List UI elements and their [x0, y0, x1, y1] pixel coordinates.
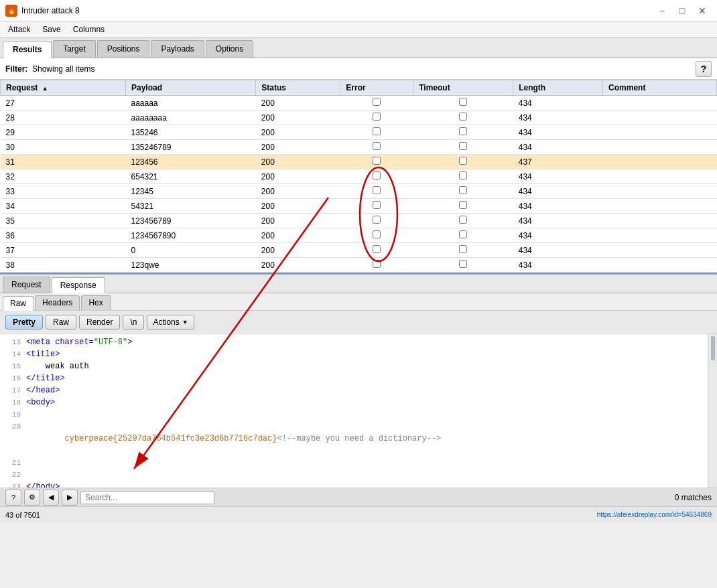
code-line-16: 16 </title>: [0, 372, 717, 384]
code-scrollbar[interactable]: [708, 334, 717, 488]
app-icon: 🔥: [5, 5, 17, 17]
view-tab-bar: Raw Headers Hex: [0, 293, 717, 311]
results-table-container: Request ▲ Payload Status Error Timeout L…: [0, 80, 717, 274]
code-line-15: 15 weak auth: [0, 360, 717, 372]
col-status[interactable]: Status: [256, 80, 340, 96]
table-row[interactable]: 38123qwe200434: [1, 258, 717, 273]
help-circle-button[interactable]: ?: [5, 490, 21, 506]
menu-bar: Attack Save Columns: [0, 21, 717, 38]
ln-button[interactable]: \n: [123, 315, 144, 329]
table-row[interactable]: 35123456789200434: [1, 214, 717, 228]
code-line-23: 23 </body>: [0, 481, 717, 488]
raw-button[interactable]: Raw: [46, 315, 76, 329]
col-payload[interactable]: Payload: [125, 80, 255, 96]
panel-tab-bar: Request Response: [0, 274, 717, 293]
table-row[interactable]: 370200434: [1, 243, 717, 258]
tab-positions[interactable]: Positions: [97, 40, 150, 58]
match-count: 0 matches: [675, 493, 712, 502]
panel-tab-response[interactable]: Response: [52, 277, 105, 293]
code-line-17: 17 </head>: [0, 384, 717, 396]
menu-attack[interactable]: Attack: [3, 23, 36, 35]
pretty-button[interactable]: Pretty: [5, 315, 43, 329]
status-bar: ? ⚙ ◀ ▶ 0 matches: [0, 488, 717, 506]
title-bar: 🔥 Intruder attack 8 − □ ✕: [0, 0, 717, 21]
dropdown-arrow-icon: ▼: [182, 319, 188, 325]
search-input[interactable]: [80, 491, 214, 504]
table-row[interactable]: 30135246789200434: [1, 140, 717, 155]
view-tab-headers[interactable]: Headers: [35, 295, 80, 310]
view-tab-raw[interactable]: Raw: [3, 296, 34, 311]
table-row[interactable]: 28aaaaaaaa200434: [1, 111, 717, 125]
col-error[interactable]: Error: [340, 80, 413, 96]
code-line-21: 21: [0, 457, 717, 469]
info-bar: 43 of 7501 https://afeiexdreplay.com/id=…: [0, 506, 717, 522]
back-button[interactable]: ◀: [43, 490, 59, 506]
minimize-button[interactable]: −: [653, 4, 671, 17]
settings-button[interactable]: ⚙: [24, 490, 40, 506]
menu-columns[interactable]: Columns: [68, 23, 110, 35]
col-length[interactable]: Length: [513, 80, 603, 96]
code-content: 13 <meta charset="UTF-8"> 14 <title> 15 …: [0, 334, 717, 488]
menu-save[interactable]: Save: [37, 23, 66, 35]
actions-button[interactable]: Actions ▼: [147, 315, 194, 329]
info-url: https://afeiexdreplay.com/id=54634869: [597, 511, 712, 518]
help-button[interactable]: ?: [696, 61, 712, 77]
filter-text: Filter: Showing all items: [5, 64, 94, 74]
col-comment[interactable]: Comment: [603, 80, 717, 96]
table-row[interactable]: 3454321200434: [1, 199, 717, 214]
code-line-14: 14 <title>: [0, 348, 717, 360]
code-line-22: 22: [0, 469, 717, 481]
table-row[interactable]: 361234567890200434: [1, 228, 717, 243]
col-request[interactable]: Request ▲: [1, 80, 126, 96]
table-row[interactable]: 31123456200437: [1, 155, 717, 169]
forward-button[interactable]: ▶: [62, 490, 78, 506]
view-tab-hex[interactable]: Hex: [81, 295, 110, 310]
actions-label: Actions: [153, 317, 179, 327]
table-row[interactable]: 32654321200434: [1, 169, 717, 184]
code-line-18: 18 <body>: [0, 396, 717, 409]
search-controls: ? ⚙ ◀ ▶: [5, 490, 214, 506]
results-table: Request ▲ Payload Status Error Timeout L…: [0, 80, 717, 273]
panel-tab-request[interactable]: Request: [3, 277, 50, 293]
restore-button[interactable]: □: [673, 4, 692, 17]
render-button[interactable]: Render: [79, 315, 120, 329]
table-row[interactable]: 29135246200434: [1, 125, 717, 140]
tab-payloads[interactable]: Payloads: [151, 40, 204, 58]
code-line-19: 19: [0, 409, 717, 421]
col-timeout[interactable]: Timeout: [413, 80, 513, 96]
filter-bar: Filter: Showing all items ?: [0, 58, 717, 80]
main-tab-bar: Results Target Positions Payloads Option…: [0, 38, 717, 58]
tab-target[interactable]: Target: [53, 40, 95, 58]
item-count: 43 of 7501: [5, 511, 40, 519]
window-title: Intruder attack 8: [21, 6, 80, 15]
tab-options[interactable]: Options: [206, 40, 253, 58]
table-row[interactable]: 3312345200434: [1, 184, 717, 199]
code-line-13: 13 <meta charset="UTF-8">: [0, 336, 717, 348]
table-row[interactable]: 27aaaaaa200434: [1, 96, 717, 111]
content-toolbar: Pretty Raw Render \n Actions ▼: [0, 311, 717, 334]
tab-results[interactable]: Results: [3, 41, 52, 58]
close-button[interactable]: ✕: [693, 4, 712, 17]
code-line-20: 20 cyberpeace{25297da764b541fc3e23d6b771…: [0, 421, 717, 457]
